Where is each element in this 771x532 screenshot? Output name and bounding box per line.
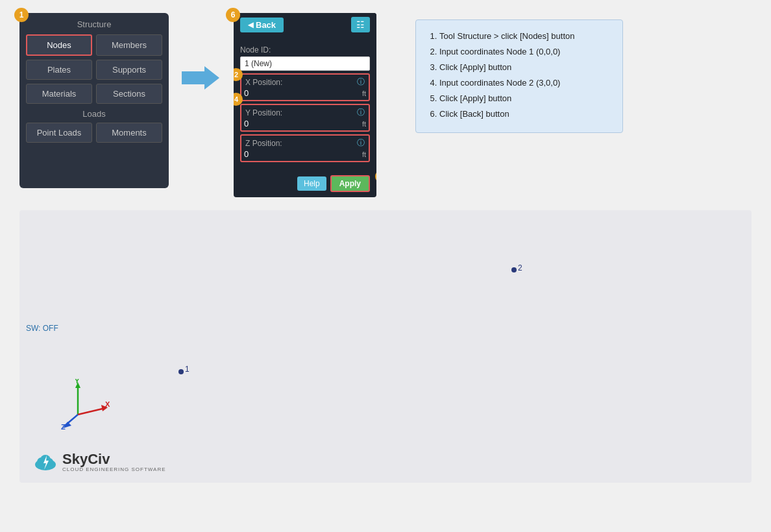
y-position-field: Y Position: ⓘ ft — [240, 104, 370, 132]
axis-indicator: Y X Z — [58, 379, 110, 431]
sw-label: SW: OFF — [26, 324, 58, 333]
grid-icon-button[interactable]: ☷ — [351, 17, 370, 32]
svg-line-4 — [78, 408, 105, 415]
moments-button[interactable]: Moments — [96, 123, 162, 143]
y-input[interactable] — [244, 119, 362, 128]
viewport: SW: OFF 1 2 Y X Z — [19, 210, 752, 483]
node-panel-footer: Help Apply 3 5 — [234, 170, 376, 197]
materials-button[interactable]: Materials — [26, 84, 92, 104]
node-panel-header: Back ☷ — [234, 13, 376, 36]
structure-panel: Structure Nodes Members Plates Supports … — [19, 13, 169, 188]
badge-3: 3 — [375, 170, 376, 183]
instruction-item: Click [Apply] button — [439, 91, 611, 106]
supports-button[interactable]: Supports — [96, 60, 162, 80]
x-input[interactable] — [244, 88, 362, 98]
skyciv-logo: SkyCiv Cloud Engineering Software — [32, 450, 166, 474]
x-label: X Position: — [245, 78, 282, 87]
y-info-icon: ⓘ — [357, 107, 365, 118]
instructions-list: Tool Structure > click [Nodes] button In… — [439, 29, 611, 122]
svg-text:X: X — [105, 400, 110, 408]
instruction-item: Click [Back] button — [439, 107, 611, 121]
z-info-icon: ⓘ — [357, 138, 365, 149]
plates-button[interactable]: Plates — [26, 60, 92, 80]
badge-6: 6 — [226, 8, 240, 22]
node-panel-body: Node ID: 1 (New) 2 4 X Position: — [234, 36, 376, 170]
svg-marker-0 — [182, 66, 219, 90]
sections-button[interactable]: Sections — [96, 84, 162, 104]
nodes-button[interactable]: Nodes — [26, 34, 92, 56]
x-info-icon: ⓘ — [357, 77, 365, 88]
structure-title: Structure — [26, 19, 162, 29]
point-loads-button[interactable]: Point Loads — [26, 123, 92, 143]
instruction-item: Input coordinates Node 1 (0,0,0) — [439, 45, 611, 59]
back-button[interactable]: Back — [240, 18, 284, 32]
svg-text:Z: Z — [61, 423, 66, 431]
node-2-dot — [511, 267, 517, 272]
skyciv-logo-icon — [32, 450, 58, 474]
badge-1: 1 — [14, 8, 29, 22]
node-panel: Back ☷ Node ID: 1 (New) 2 4 — [234, 13, 376, 197]
z-label: Z Position: — [245, 139, 282, 148]
instruction-item: Tool Structure > click [Nodes] button — [439, 29, 611, 43]
members-button[interactable]: Members — [96, 34, 162, 56]
svg-text:Y: Y — [75, 379, 80, 385]
node-id-select[interactable]: 1 (New) — [240, 56, 370, 71]
structure-buttons: Nodes Members Plates Supports Materials … — [26, 34, 162, 104]
instructions-box: Tool Structure > click [Nodes] button In… — [415, 19, 623, 133]
skyciv-text: SkyCiv Cloud Engineering Software — [62, 452, 166, 472]
help-button[interactable]: Help — [297, 176, 326, 191]
node-1-label: 1 — [185, 365, 190, 374]
apply-button[interactable]: Apply — [330, 175, 370, 192]
y-label: Y Position: — [245, 108, 282, 117]
x-unit: ft — [362, 90, 366, 97]
x-position-field: X Position: ⓘ ft — [240, 73, 370, 101]
z-input[interactable] — [244, 149, 362, 159]
skyciv-name: SkyCiv — [62, 452, 166, 466]
node-1-dot — [178, 369, 184, 374]
y-unit: ft — [362, 120, 366, 128]
z-position-field: Z Position: ⓘ ft — [240, 134, 370, 162]
loads-buttons: Point Loads Moments — [26, 123, 162, 143]
skyciv-sub: Cloud Engineering Software — [62, 466, 166, 472]
instruction-item: Click [Apply] button — [439, 60, 611, 75]
arrow-indicator — [182, 65, 221, 91]
z-unit: ft — [362, 151, 366, 158]
node-id-label: Node ID: — [240, 45, 370, 54]
node-2-label: 2 — [518, 263, 522, 272]
node-id-row: 1 (New) — [240, 56, 370, 71]
loads-title: Loads — [26, 109, 162, 119]
instruction-item: Input coordinates Node 2 (3,0,0) — [439, 76, 611, 90]
